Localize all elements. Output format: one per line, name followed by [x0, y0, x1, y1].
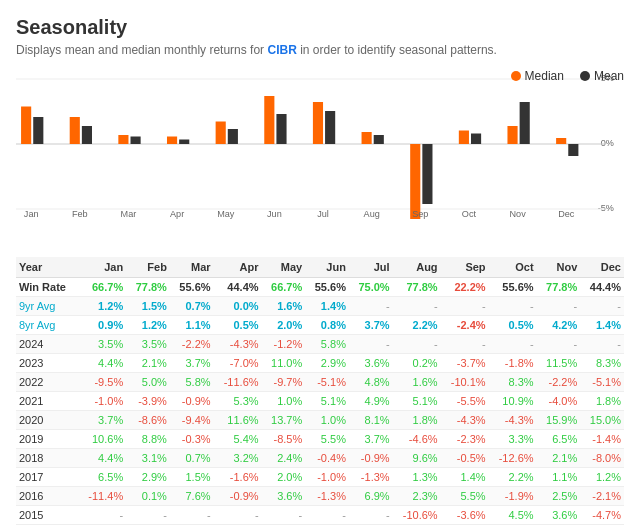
data-cell: 2.9% — [305, 354, 349, 373]
table-row: 2015--------10.6%-3.6%4.5%3.6%-4.7% — [16, 506, 624, 525]
data-cell: -1.4% — [580, 430, 624, 449]
data-cell: -10.6% — [393, 506, 441, 525]
col-year: Year — [16, 257, 78, 278]
data-cell: -12.6% — [489, 449, 537, 468]
data-cell: 6.9% — [349, 487, 393, 506]
svg-text:Aug: Aug — [364, 209, 380, 219]
data-cell: 0.1% — [126, 487, 170, 506]
svg-rect-14 — [216, 122, 226, 145]
data-cell: 0.5% — [214, 316, 262, 335]
legend-median-label: Median — [525, 69, 564, 83]
data-cell: -3.7% — [441, 354, 489, 373]
data-cell: 4.4% — [78, 449, 126, 468]
data-cell: - — [537, 297, 581, 316]
data-cell: - — [580, 297, 624, 316]
legend-mean: Mean — [580, 69, 624, 83]
data-cell: -9.7% — [262, 373, 306, 392]
data-cell: 3.7% — [349, 430, 393, 449]
data-cell: 1.0% — [262, 392, 306, 411]
year-cell: 2022 — [16, 373, 78, 392]
data-cell: 2.4% — [262, 449, 306, 468]
mean-dot — [580, 71, 590, 81]
data-cell: - — [393, 335, 441, 354]
data-cell: 1.2% — [126, 316, 170, 335]
data-cell: 77.8% — [126, 278, 170, 297]
data-cell: 1.4% — [305, 297, 349, 316]
svg-rect-19 — [325, 111, 335, 144]
svg-rect-10 — [118, 135, 128, 144]
data-cell: 2.1% — [126, 354, 170, 373]
data-cell: 0.7% — [170, 297, 214, 316]
svg-rect-25 — [471, 134, 481, 145]
data-cell: -4.6% — [393, 430, 441, 449]
data-cell: -5.1% — [580, 373, 624, 392]
chart-svg: 5% 0% -5% — [16, 69, 624, 219]
year-cell: 2020 — [16, 411, 78, 430]
data-cell: -4.3% — [489, 411, 537, 430]
svg-text:Jul: Jul — [317, 209, 329, 219]
data-cell: 4.9% — [349, 392, 393, 411]
legend-median: Median — [511, 69, 564, 83]
data-cell: -1.0% — [305, 468, 349, 487]
data-cell: 5.1% — [305, 392, 349, 411]
data-cell: 1.2% — [580, 468, 624, 487]
page-title: Seasonality — [16, 16, 624, 39]
svg-text:Jan: Jan — [24, 209, 39, 219]
data-cell: - — [262, 506, 306, 525]
data-cell: 8.3% — [580, 354, 624, 373]
data-cell: -3.6% — [441, 506, 489, 525]
col-aug: Aug — [393, 257, 441, 278]
data-cell: -9.4% — [170, 411, 214, 430]
col-feb: Feb — [126, 257, 170, 278]
data-cell: -7.0% — [214, 354, 262, 373]
data-cell: -11.6% — [214, 373, 262, 392]
svg-text:Dec: Dec — [558, 209, 575, 219]
svg-rect-21 — [374, 135, 384, 144]
data-cell: 4.2% — [537, 316, 581, 335]
table-row: 2016-11.4%0.1%7.6%-0.9%3.6%-1.3%6.9%2.3%… — [16, 487, 624, 506]
data-cell: -1.6% — [214, 468, 262, 487]
data-cell: -0.9% — [349, 449, 393, 468]
svg-text:Nov: Nov — [510, 209, 527, 219]
data-cell: -0.5% — [441, 449, 489, 468]
data-cell: -2.2% — [537, 373, 581, 392]
data-cell: 2.0% — [262, 468, 306, 487]
svg-text:-5%: -5% — [598, 203, 614, 213]
data-cell: 22.2% — [441, 278, 489, 297]
data-cell: 3.6% — [537, 506, 581, 525]
table-row: 20184.4%3.1%0.7%3.2%2.4%-0.4%-0.9%9.6%-0… — [16, 449, 624, 468]
data-cell: 11.0% — [262, 354, 306, 373]
data-cell: -5.5% — [441, 392, 489, 411]
col-jan: Jan — [78, 257, 126, 278]
data-cell: -4.7% — [580, 506, 624, 525]
svg-text:Apr: Apr — [170, 209, 184, 219]
col-may: May — [262, 257, 306, 278]
data-cell: 55.6% — [489, 278, 537, 297]
data-cell: - — [489, 335, 537, 354]
svg-text:Feb: Feb — [72, 209, 88, 219]
year-cell: 2015 — [16, 506, 78, 525]
data-table: Year Jan Feb Mar Apr May Jun Jul Aug Sep… — [16, 257, 624, 525]
col-oct: Oct — [489, 257, 537, 278]
svg-rect-24 — [459, 131, 469, 145]
svg-rect-13 — [179, 140, 189, 145]
svg-text:0%: 0% — [601, 138, 614, 148]
data-cell: 0.7% — [170, 449, 214, 468]
data-cell: -2.4% — [441, 316, 489, 335]
ticker-link[interactable]: CIBR — [267, 43, 296, 57]
data-cell: 2.2% — [489, 468, 537, 487]
data-cell: -8.0% — [580, 449, 624, 468]
data-cell: 75.0% — [349, 278, 393, 297]
data-cell: 0.8% — [305, 316, 349, 335]
data-cell: 5.5% — [441, 487, 489, 506]
table-header-row: Year Jan Feb Mar Apr May Jun Jul Aug Sep… — [16, 257, 624, 278]
svg-rect-15 — [228, 129, 238, 144]
data-cell: 5.8% — [170, 373, 214, 392]
data-cell: 3.5% — [126, 335, 170, 354]
data-cell: - — [441, 297, 489, 316]
data-cell: -4.0% — [537, 392, 581, 411]
data-cell: 8.1% — [349, 411, 393, 430]
svg-rect-23 — [422, 144, 432, 204]
year-cell: Win Rate — [16, 278, 78, 297]
year-cell: 2019 — [16, 430, 78, 449]
